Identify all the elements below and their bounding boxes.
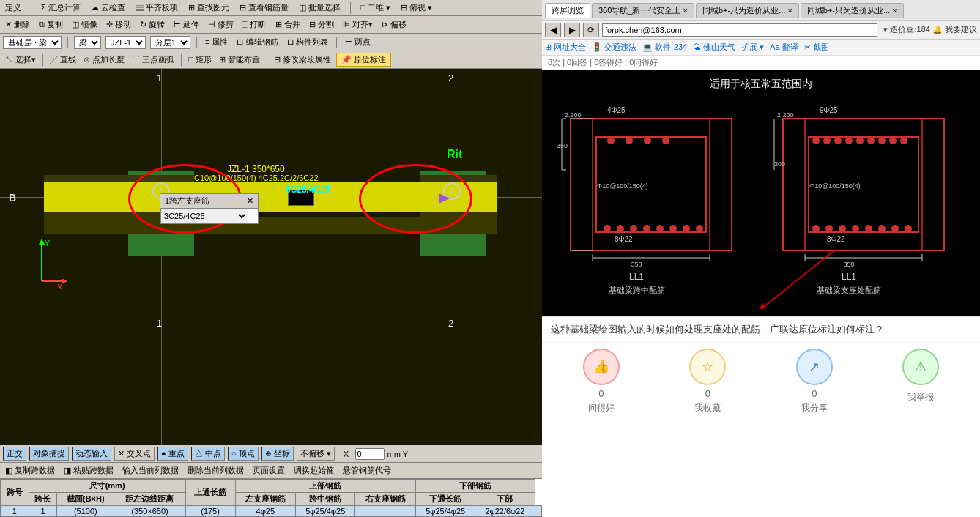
tb-move[interactable]: ✛ 移动 — [104, 18, 133, 31]
tb-define[interactable]: 定义 — [3, 1, 23, 14]
popup-select[interactable]: 3C25/4C25 4C25/4C25 5C25/4C25 — [160, 209, 248, 223]
tb-view[interactable]: ⊟ 俯视 ▾ — [398, 1, 434, 14]
status-cross[interactable]: ✕ 交叉点 — [114, 447, 155, 461]
popup-close[interactable]: ✕ — [247, 196, 253, 206]
status-dynamic[interactable]: 动态输入 — [72, 447, 111, 461]
status-snap[interactable]: 对象捕捉 — [29, 447, 69, 461]
status-nooffset[interactable]: 不偏移 ▾ — [297, 447, 335, 461]
status-midpoint[interactable]: △ 中点 — [191, 447, 225, 461]
th-dist-left: 距左边线距离 — [114, 493, 185, 506]
td-right-support[interactable]: 5φ25/4φ25 — [416, 506, 475, 517]
nav-translate[interactable]: Aa 翻译 — [770, 42, 798, 53]
btn-input-col[interactable]: 输入当前列数据 — [120, 464, 181, 477]
beam-select[interactable]: JZL-1 — [105, 36, 146, 49]
btn-forward[interactable]: ▶ — [564, 23, 580, 37]
tb-trim[interactable]: ⊣ 修剪 — [206, 18, 236, 31]
layer-select[interactable]: 基础层 · 梁 — [3, 36, 62, 49]
status-vertex[interactable]: ○ 顶点 — [228, 447, 259, 461]
tb-batch[interactable]: ◫ 批量选择 — [297, 1, 343, 14]
tab-tongcheng2[interactable]: 同城b+-只为造价从业... × — [801, 3, 904, 18]
tb-merge[interactable]: ⊞ 合并 — [273, 18, 302, 31]
tb-extend[interactable]: ⊢ 延伸 — [171, 18, 201, 31]
tb-property[interactable]: ≡ 属性 — [203, 36, 230, 48]
svg-point-41 — [812, 137, 820, 144]
svg-point-14 — [626, 137, 633, 144]
nav-software[interactable]: 💻 软件-234 — [642, 42, 687, 53]
cad-drawing[interactable]: 1 2 B JZL-1 350*650 C10@100/150(4) 4C25.… — [0, 69, 542, 445]
dropdown-popup: 1跨左支座筋 ✕ 3C25/4C25 4C25/4C25 5C25/4C25 — [160, 193, 259, 224]
nav-webfav[interactable]: ⊞ 网址大全 — [545, 42, 586, 53]
tab-360[interactable]: 360导航_新一代安全上 × — [592, 3, 694, 18]
tb-find[interactable]: ⊞ 查找图元 — [186, 1, 231, 14]
x-coord-input[interactable] — [355, 448, 385, 460]
tb-select[interactable]: ↖ 选择▾ — [3, 53, 38, 66]
status-orthogonal[interactable]: 正交 — [3, 447, 26, 461]
btn-swap-stirrup[interactable]: 调换起始箍 — [292, 464, 336, 477]
btn-report[interactable]: ⚠ 我举报 — [902, 349, 939, 414]
status-keypoint[interactable]: ● 重点 — [157, 447, 188, 461]
btn-share[interactable]: ↗ 0 我分享 — [796, 349, 833, 414]
td-left-support[interactable]: 5φ25/4φ25 — [296, 506, 355, 517]
tb-cloud[interactable]: ☁ 云检查 — [89, 1, 127, 14]
btn-good-question[interactable]: 👍 0 问得好 — [583, 349, 620, 414]
td-top-cont[interactable]: 4φ25 — [235, 506, 296, 517]
tb-rotate[interactable]: ↻ 旋转 — [138, 18, 167, 31]
tb-point-ext[interactable]: ⊙ 点加长度 — [81, 53, 127, 66]
btn-collect[interactable]: ☆ 0 我收藏 — [689, 349, 726, 414]
sep6 — [42, 54, 43, 66]
tb-offset[interactable]: ⊳ 偏移 — [379, 18, 409, 31]
tb-rebar[interactable]: ⊟ 查看钢筋量 — [237, 1, 291, 14]
toolbar-extra: ▾ 造价豆:184 🔔 我要建议 — [883, 24, 977, 35]
tb-smartplace[interactable]: ⊞ 智能布置 — [217, 53, 262, 66]
btn-rebar-code[interactable]: 悬管钢筋代号 — [341, 464, 393, 477]
td-bot-cont[interactable]: 2φ22/6φ22 — [475, 506, 535, 517]
tb-align2[interactable]: ⊫ 对齐▾ — [341, 18, 375, 31]
svg-text:8Φ22: 8Φ22 — [827, 235, 845, 243]
nav-traffic[interactable]: 🚦 交通违法 — [592, 42, 636, 53]
tb-split[interactable]: ⊟ 分割 — [307, 18, 336, 31]
tab-cross-screen[interactable]: 跨屏浏览 — [545, 3, 590, 18]
tb-delete[interactable]: ✕ 删除 — [3, 18, 32, 31]
btn-paste-span[interactable]: ◨ 粘贴跨数据 — [62, 464, 116, 477]
rit-label: Rit — [447, 148, 462, 161]
tb-parts[interactable]: ⊟ 构件列表 — [285, 36, 330, 48]
tb-mirror[interactable]: ◫ 镜像 — [70, 18, 100, 31]
red-circle-right — [359, 164, 472, 234]
td-mid[interactable] — [355, 506, 416, 517]
sep3 — [67, 37, 68, 48]
btn-delete-col[interactable]: 删除当前列数据 — [185, 464, 246, 477]
nav-extend[interactable]: 扩展 ▾ — [741, 42, 764, 53]
btn-copy-span[interactable]: ◧ 复制跨数据 — [3, 464, 57, 477]
page-content[interactable]: 适用于核五常五范围内 — [542, 70, 980, 517]
tb-modify-span[interactable]: ⊟ 修改梁段属性 — [272, 53, 333, 66]
btn-page-setup[interactable]: 页面设置 — [250, 464, 287, 477]
tb-orig-label[interactable]: 📌 原位标注 — [336, 53, 391, 67]
btn-refresh[interactable]: ⟳ — [583, 23, 599, 37]
popup-title: 1跨左支座筋 ✕ — [160, 194, 258, 209]
nav-links-bar: ⊞ 网址大全 🚦 交通违法 💻 软件-234 🌤 佛山天气 扩展 ▾ Aa 翻译… — [542, 40, 980, 56]
address-bar[interactable] — [602, 23, 877, 37]
tab-tongcheng1-label: 同城b+-只为造价从业... × — [702, 5, 792, 16]
tb-2d[interactable]: □ 二维 ▾ — [358, 1, 393, 14]
tb-align[interactable]: ▤ 平齐板项 — [133, 1, 180, 14]
tb-twopoint[interactable]: ⊢ 两点 — [343, 36, 373, 48]
layer2-select[interactable]: 分层1 — [150, 36, 190, 49]
tb-copy[interactable]: ⧉ 复制 — [37, 18, 65, 31]
tab-tongcheng1[interactable]: 同城b+-只为造价从业... × — [696, 3, 799, 18]
svg-text:9Φ25: 9Φ25 — [820, 106, 838, 114]
col-num-2-bot: 2 — [448, 318, 453, 329]
tb-sum[interactable]: Σ 汇总计算 — [39, 1, 83, 14]
tb-break[interactable]: ⌶ 打断 — [240, 18, 268, 31]
data-toolbar: ◧ 复制跨数据 ◨ 粘贴跨数据 输入当前列数据 删除当前列数据 页面设置 调换起… — [0, 463, 542, 479]
tb-edit-rebar[interactable]: ⊞ 编辑钢筋 — [234, 36, 280, 48]
status-coord[interactable]: ⊕ 坐标 — [261, 447, 294, 461]
nav-screenshot[interactable]: ✂ 截图 — [804, 42, 829, 53]
tb-line[interactable]: ╱ 直线 — [48, 53, 78, 66]
btn-back[interactable]: ◀ — [545, 23, 561, 37]
table-row[interactable]: 1 1 (5100) (350×650) (175) 4φ25 5φ25/4φ2… — [1, 506, 542, 517]
td-bot[interactable] — [535, 506, 541, 517]
tb-arc[interactable]: ⌒ 三点画弧 — [130, 53, 177, 66]
tb-rect[interactable]: □ 矩形 — [186, 53, 214, 66]
nav-weather[interactable]: 🌤 佛山天气 — [693, 42, 735, 53]
element-type-select[interactable]: 梁 — [74, 36, 101, 49]
